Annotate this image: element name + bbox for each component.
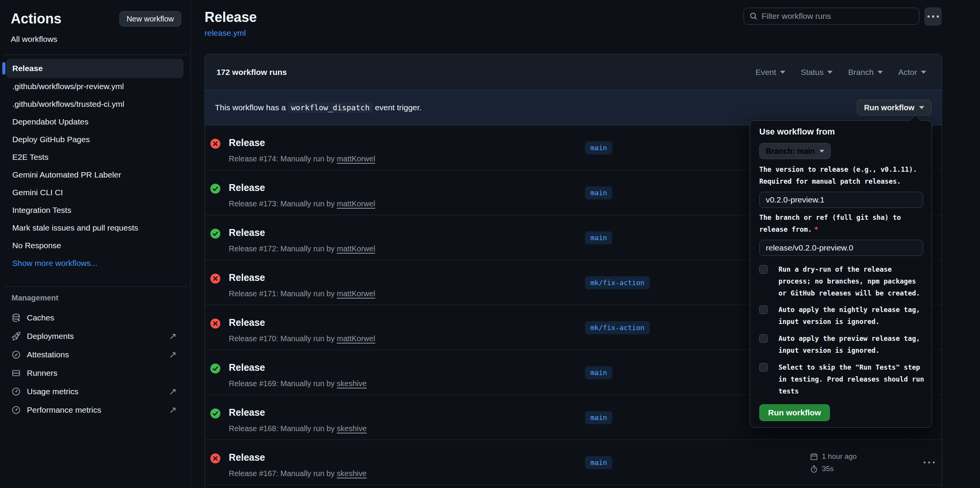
branch-badge[interactable]: main — [585, 456, 612, 469]
sidebar-item-performance-metrics[interactable]: Performance metrics ↗ — [0, 401, 190, 419]
branch-badge[interactable]: mk/fix-action — [585, 276, 650, 289]
branch-badge[interactable]: main — [585, 186, 612, 199]
show-more-workflows-link[interactable]: Show more workflows... — [0, 254, 190, 272]
checkbox-label: Run a dry-run of the release process; no… — [778, 264, 924, 299]
sidebar-workflow-item[interactable]: Integration Tests — [0, 201, 190, 219]
run-title-link[interactable]: Release — [229, 137, 265, 148]
run-start-time: 1 hour ago — [810, 452, 857, 461]
new-workflow-button[interactable]: New workflow — [119, 11, 181, 27]
workflow-file-link[interactable]: release.yml — [205, 28, 246, 38]
dry-run-checkbox[interactable] — [759, 265, 768, 274]
sidebar-workflow-item[interactable]: No Response — [0, 237, 190, 254]
external-link-icon: ↗ — [169, 331, 177, 342]
sidebar-workflow-item[interactable]: Deploy GitHub Pages — [0, 131, 190, 148]
search-icon — [749, 12, 758, 20]
popup-heading: Use workflow from — [759, 127, 835, 137]
calendar-icon — [810, 453, 818, 461]
run-description: Release #170: Manually run by mattKorwel — [229, 334, 375, 343]
management-list: Caches Deployments ↗ Attestations ↗ Runn… — [0, 309, 190, 419]
run-description: Release #171: Manually run by mattKorwel — [229, 289, 375, 298]
sidebar-item-attestations[interactable]: Attestations ↗ — [0, 345, 190, 364]
page-kebab-menu-button[interactable] — [924, 7, 942, 26]
chevron-down-icon — [820, 150, 824, 153]
sidebar-item-release-selected[interactable]: Release — [6, 59, 183, 78]
branch-select-button[interactable]: Branch: main — [759, 143, 831, 159]
run-status-icon — [210, 139, 220, 149]
run-title-link[interactable]: Release — [229, 452, 265, 463]
workflow-list: .github/workflows/pr-review.yml .github/… — [0, 78, 190, 254]
sidebar-item-runners[interactable]: Runners — [0, 364, 190, 382]
sidebar-item-usage-metrics[interactable]: Usage metrics ↗ — [0, 382, 190, 401]
failure-icon — [210, 139, 220, 149]
branch-badge[interactable]: main — [585, 231, 612, 244]
sidebar-item-deployments[interactable]: Deployments ↗ — [0, 327, 190, 345]
dry-run-checkbox-row: Run a dry-run of the release process; no… — [759, 264, 924, 299]
run-workflow-popup: Use workflow from Branch: main The versi… — [750, 120, 932, 428]
runs-count: 172 workflow runs — [216, 68, 287, 77]
workflow-run-row[interactable]: Release Release #167: Manually run by sk… — [205, 440, 942, 485]
sidebar-workflow-item[interactable]: Mark stale issues and pull requests — [0, 219, 190, 237]
filter-dropdown[interactable]: Branch — [848, 68, 883, 77]
run-description: Release #169: Manually run by skeshive — [229, 379, 367, 388]
nightly-tag-checkbox-row: Auto apply the nightly release tag, inpu… — [759, 304, 924, 328]
success-icon — [210, 229, 220, 239]
run-title-link[interactable]: Release — [229, 317, 265, 328]
actor-link[interactable]: mattKorwel — [337, 334, 375, 343]
branch-badge[interactable]: mk/fix-action — [585, 321, 650, 334]
run-description: Release #174: Manually run by mattKorwel — [229, 154, 375, 163]
version-input[interactable] — [759, 192, 923, 208]
failure-icon — [210, 274, 220, 284]
external-link-icon: ↗ — [169, 405, 177, 415]
run-title-link[interactable]: Release — [229, 182, 265, 193]
sidebar-item-all-workflows[interactable]: All workflows — [11, 35, 57, 44]
run-title-link[interactable]: Release — [229, 272, 265, 283]
actor-link[interactable]: mattKorwel — [337, 244, 375, 253]
filter-dropdown[interactable]: Actor — [898, 68, 926, 77]
run-description: Release #173: Manually run by mattKorwel — [229, 199, 375, 208]
sidebar-workflow-item[interactable]: Dependabot Updates — [0, 113, 190, 131]
chevron-down-icon — [921, 71, 926, 74]
meter-icon — [12, 387, 21, 396]
sidebar-item-caches[interactable]: Caches — [0, 309, 190, 327]
sidebar-workflow-item[interactable]: .github/workflows/trusted-ci.yml — [0, 95, 190, 113]
run-kebab-menu-button[interactable] — [918, 457, 940, 468]
rocket-icon — [12, 332, 21, 341]
actor-link[interactable]: skeshive — [337, 379, 367, 388]
actor-link[interactable]: mattKorwel — [337, 199, 375, 208]
preview-tag-checkbox[interactable] — [759, 334, 768, 343]
sidebar-workflow-item[interactable]: .github/workflows/pr-review.yml — [0, 78, 190, 95]
filter-dropdown[interactable]: Status — [801, 68, 833, 77]
sidebar-workflow-item[interactable]: E2E Tests — [0, 148, 190, 166]
version-field-label: The version to release (e.g., v0.1.11). … — [759, 164, 924, 188]
filter-runs-input[interactable] — [762, 12, 907, 21]
run-title-link[interactable]: Release — [229, 362, 265, 373]
sidebar-item-label: Attestations — [27, 350, 69, 359]
sidebar-workflow-item[interactable]: Gemini CLI CI — [0, 184, 190, 201]
sidebar-divider — [3, 55, 187, 55]
actor-link[interactable]: skeshive — [337, 469, 367, 478]
sidebar-workflow-item[interactable]: Gemini Automated PR Labeler — [0, 166, 190, 184]
failure-icon — [210, 453, 220, 463]
actor-link[interactable]: mattKorwel — [337, 289, 375, 298]
failure-icon — [210, 319, 220, 329]
run-status-icon — [210, 184, 220, 194]
nightly-tag-checkbox[interactable] — [759, 305, 768, 314]
run-workflow-submit-button[interactable]: Run workflow — [759, 404, 830, 421]
run-title-link[interactable]: Release — [229, 407, 265, 418]
branch-badge[interactable]: main — [585, 366, 612, 379]
external-link-icon: ↗ — [169, 349, 177, 360]
run-duration: 35s — [810, 465, 834, 473]
actor-link[interactable]: mattKorwel — [337, 154, 375, 163]
run-workflow-dropdown-button[interactable]: Run workflow — [857, 100, 932, 116]
branch-badge[interactable]: main — [585, 411, 612, 424]
run-title-link[interactable]: Release — [229, 227, 265, 238]
run-status-icon — [210, 319, 220, 329]
banner-text: This workflow has a workflow_dispatch ev… — [215, 103, 421, 112]
ref-input[interactable] — [759, 240, 923, 256]
skip-tests-checkbox[interactable] — [759, 363, 768, 372]
filter-dropdown[interactable]: Event — [755, 68, 785, 77]
branch-badge[interactable]: main — [585, 141, 612, 154]
verified-icon — [12, 350, 21, 359]
success-icon — [210, 408, 220, 418]
actor-link[interactable]: skeshive — [337, 424, 367, 433]
